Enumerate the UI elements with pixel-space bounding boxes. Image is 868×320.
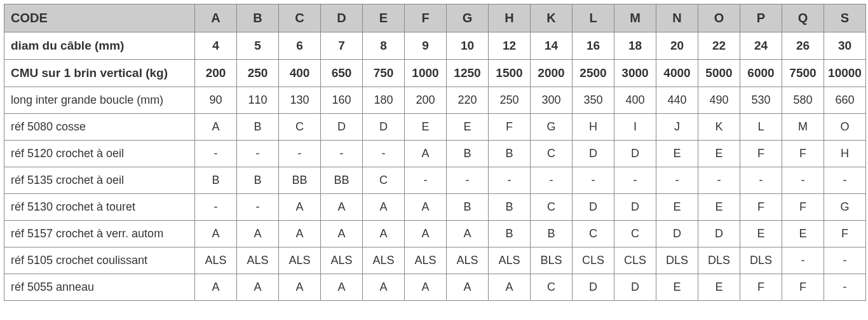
- table-row: réf 5055 anneauAAAAAAAACDDEEFF-: [4, 274, 866, 301]
- cell: E: [698, 194, 740, 221]
- table-row: diam du câble (mm)4567891012141618202224…: [4, 32, 866, 60]
- cell: -: [824, 247, 866, 274]
- row-label: long inter grande boucle (mm): [4, 87, 195, 114]
- cell: A: [363, 221, 405, 247]
- cell: 1000: [405, 60, 447, 87]
- cell: A: [321, 221, 363, 247]
- cell: K: [698, 114, 740, 141]
- cell: DLS: [698, 247, 740, 274]
- cell: F: [740, 141, 782, 167]
- cell: E: [656, 141, 698, 167]
- table-row: réf 5120 crochet à oeil-----ABBCDDEEFFH: [4, 141, 866, 167]
- cell: CLS: [614, 247, 656, 274]
- cell: 530: [740, 87, 782, 114]
- cell: D: [573, 194, 614, 221]
- cell: E: [656, 194, 698, 221]
- cell: -: [363, 141, 405, 167]
- cell: A: [195, 221, 237, 247]
- table-row: réf 5080 cosseABCDDEEFGHIJKLMO: [4, 114, 866, 141]
- cell: 180: [363, 87, 405, 114]
- cell: A: [195, 114, 237, 141]
- cell: -: [740, 167, 782, 194]
- cell: -: [237, 141, 279, 167]
- cell: -: [195, 141, 237, 167]
- cell: DLS: [656, 247, 698, 274]
- cell: C: [531, 194, 573, 221]
- cell: A: [489, 274, 531, 301]
- cell: B: [447, 194, 489, 221]
- cell: 250: [237, 60, 279, 87]
- header-col: S: [824, 4, 866, 32]
- cell: A: [405, 221, 447, 247]
- cell: -: [489, 167, 531, 194]
- header-col: L: [573, 4, 614, 32]
- row-label: CMU sur 1 brin vertical (kg): [4, 60, 195, 87]
- cell: 350: [573, 87, 614, 114]
- table-row: CMU sur 1 brin vertical (kg)200250400650…: [4, 60, 866, 87]
- cell: F: [782, 141, 824, 167]
- cell: ALS: [321, 247, 363, 274]
- cell: D: [698, 221, 740, 247]
- cell: 7: [321, 32, 363, 60]
- cell: F: [824, 221, 866, 247]
- cell: F: [782, 274, 824, 301]
- cell: -: [824, 167, 866, 194]
- cell: B: [489, 194, 531, 221]
- cell: BLS: [531, 247, 573, 274]
- header-col: K: [531, 4, 573, 32]
- cell: -: [782, 167, 824, 194]
- cell: C: [573, 221, 614, 247]
- table-row: réf 5130 crochet à touret--AAAABBCDDEEFF…: [4, 194, 866, 221]
- cell: C: [614, 221, 656, 247]
- cell: E: [782, 221, 824, 247]
- cell: F: [740, 194, 782, 221]
- cell: E: [447, 114, 489, 141]
- cell: ALS: [195, 247, 237, 274]
- table-row: long inter grande boucle (mm)90110130160…: [4, 87, 866, 114]
- cell: A: [321, 194, 363, 221]
- cell: 12: [489, 32, 531, 60]
- cell: A: [237, 274, 279, 301]
- cell: C: [531, 274, 573, 301]
- cell: H: [824, 141, 866, 167]
- cell: 1250: [447, 60, 489, 87]
- cell: A: [321, 274, 363, 301]
- cell: 490: [698, 87, 740, 114]
- cell: F: [782, 194, 824, 221]
- cell: 220: [447, 87, 489, 114]
- table-row: réf 5135 crochet à oeilBBBBBBC----------…: [4, 167, 866, 194]
- cell: A: [405, 141, 447, 167]
- table-row: réf 5105 crochet coulissantALSALSALSALSA…: [4, 247, 866, 274]
- cell: E: [698, 274, 740, 301]
- cell: D: [614, 274, 656, 301]
- row-label: réf 5105 crochet coulissant: [4, 247, 195, 274]
- cell: DLS: [740, 247, 782, 274]
- cell: 4: [195, 32, 237, 60]
- cell: 160: [321, 87, 363, 114]
- cell: B: [489, 141, 531, 167]
- cell: D: [614, 194, 656, 221]
- row-label: réf 5157 crochet à verr. autom: [4, 221, 195, 247]
- cell: ALS: [279, 247, 321, 274]
- cell: E: [740, 221, 782, 247]
- cell: 200: [405, 87, 447, 114]
- cell: D: [363, 114, 405, 141]
- cell: J: [656, 114, 698, 141]
- cell: I: [614, 114, 656, 141]
- cell: B: [447, 141, 489, 167]
- cell: B: [489, 221, 531, 247]
- row-label: réf 5130 crochet à touret: [4, 194, 195, 221]
- cell: O: [824, 114, 866, 141]
- cell: 580: [782, 87, 824, 114]
- cell: 440: [656, 87, 698, 114]
- header-col: C: [279, 4, 321, 32]
- header-col: O: [698, 4, 740, 32]
- cell: ALS: [405, 247, 447, 274]
- cell: A: [405, 274, 447, 301]
- table-row: réf 5157 crochet à verr. automAAAAAAABBC…: [4, 221, 866, 247]
- cell: 400: [614, 87, 656, 114]
- cell: -: [531, 167, 573, 194]
- cell: 24: [740, 32, 782, 60]
- cell: 1500: [489, 60, 531, 87]
- cell: 750: [363, 60, 405, 87]
